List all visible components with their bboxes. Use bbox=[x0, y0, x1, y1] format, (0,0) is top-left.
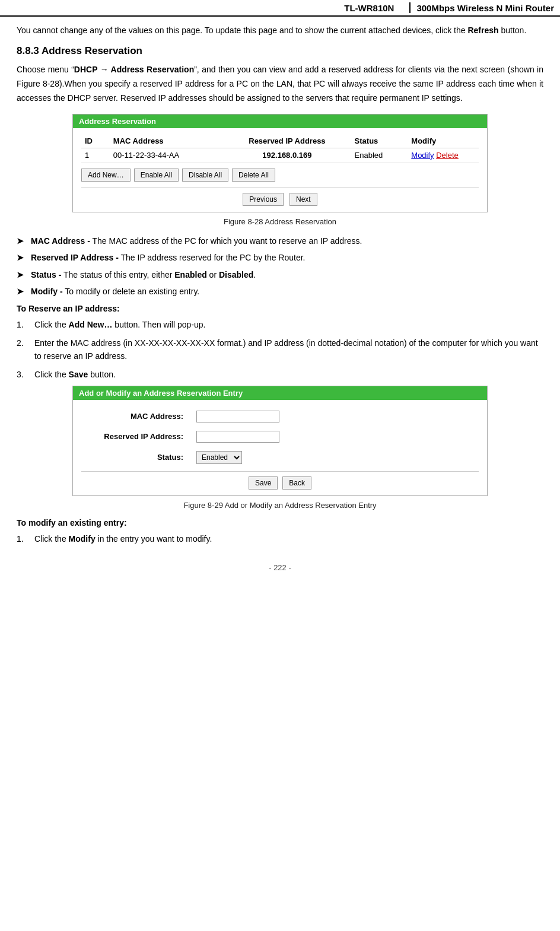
form-table: MAC Address: Reserved IP Address: Status… bbox=[81, 406, 479, 469]
figure1-header: Address Reservation bbox=[73, 115, 487, 128]
mac-label: MAC Address: bbox=[82, 407, 189, 426]
mac-input-cell bbox=[190, 407, 478, 426]
modify-step-1-text: Click the Modify in the entry you want t… bbox=[34, 532, 212, 545]
enable-all-button[interactable]: Enable All bbox=[134, 169, 179, 182]
intro-paragraph: You cannot change any of the values on t… bbox=[17, 24, 543, 37]
modify-link[interactable]: Modify bbox=[411, 151, 434, 160]
next-button[interactable]: Next bbox=[289, 193, 317, 206]
status-select-cell: Enabled Disabled bbox=[190, 447, 478, 468]
model-name: TL-WR810N bbox=[344, 3, 394, 13]
delete-link[interactable]: Delete bbox=[436, 151, 459, 160]
reserve-steps: 1. Click the Add New… button. Then will … bbox=[17, 318, 543, 381]
page-number: - 222 - bbox=[269, 563, 291, 572]
figure2-header: Add or Modify an Address Reservation Ent… bbox=[73, 386, 487, 400]
action-buttons: Add New… Enable All Disable All Delete A… bbox=[81, 169, 479, 182]
modify-steps: 1. Click the Modify in the entry you wan… bbox=[17, 532, 543, 545]
step-3: 3. Click the Save button. bbox=[17, 368, 543, 381]
table-row: 1 00-11-22-33-44-AA 192.168.0.169 Enable… bbox=[81, 148, 479, 162]
cell-modify: Modify Delete bbox=[408, 148, 479, 162]
status-label: Status: bbox=[82, 447, 189, 468]
ip-input[interactable] bbox=[196, 431, 279, 443]
bullet-arrow-3: ➤ bbox=[17, 268, 25, 281]
step-2-text: Enter the MAC address (in XX-XX-XX-XX-XX… bbox=[34, 336, 543, 363]
disable-all-button[interactable]: Disable All bbox=[182, 169, 228, 182]
step-3-num: 3. bbox=[17, 368, 34, 381]
figure1-caption: Figure 8-28 Address Reservation bbox=[17, 217, 543, 226]
bullet-list: ➤ MAC Address - The MAC address of the P… bbox=[17, 234, 543, 298]
form-row-status: Status: Enabled Disabled bbox=[82, 447, 478, 468]
bullet-modify: ➤ Modify - To modify or delete an existi… bbox=[17, 285, 543, 298]
intro-text: You cannot change any of the values on t… bbox=[17, 26, 467, 35]
cell-status: Enabled bbox=[351, 148, 408, 162]
form-button-row: Save Back bbox=[81, 471, 479, 490]
section-desc: Choose menu “DHCP → Address Reservation”… bbox=[17, 63, 543, 105]
step-3-text: Click the Save button. bbox=[34, 368, 116, 381]
delete-all-button[interactable]: Delete All bbox=[232, 169, 275, 182]
page-content: You cannot change any of the values on t… bbox=[0, 24, 560, 545]
bullet-status-text: Status - The status of this entry, eithe… bbox=[31, 268, 256, 281]
step-2-num: 2. bbox=[17, 336, 34, 363]
col-mac: MAC Address bbox=[110, 134, 223, 148]
to-modify-title: To modify an existing entry: bbox=[17, 518, 543, 528]
bullet-arrow-2: ➤ bbox=[17, 251, 25, 264]
step-2: 2. Enter the MAC address (in XX-XX-XX-XX… bbox=[17, 336, 543, 363]
ip-input-cell bbox=[190, 427, 478, 446]
add-new-button[interactable]: Add New… bbox=[81, 169, 131, 182]
form-row-ip: Reserved IP Address: bbox=[82, 427, 478, 446]
status-select[interactable]: Enabled Disabled bbox=[196, 451, 242, 464]
figure1-inner: ID MAC Address Reserved IP Address Statu… bbox=[73, 128, 487, 212]
form-row-mac: MAC Address: bbox=[82, 407, 478, 426]
page-header: TL-WR810N 300Mbps Wireless N Mini Router bbox=[0, 0, 560, 17]
col-id: ID bbox=[81, 134, 110, 148]
figure2-caption: Figure 8-29 Add or Modify an Address Res… bbox=[17, 501, 543, 510]
step-1: 1. Click the Add New… button. Then will … bbox=[17, 318, 543, 331]
nav-row: Previous Next bbox=[81, 188, 479, 206]
col-ip: Reserved IP Address bbox=[223, 134, 351, 148]
cell-ip: 192.168.0.169 bbox=[223, 148, 351, 162]
header-divider bbox=[409, 2, 411, 13]
bullet-mac-text: MAC Address - The MAC address of the PC … bbox=[31, 234, 362, 247]
bullet-reserved-ip: ➤ Reserved IP Address - The IP address r… bbox=[17, 251, 543, 264]
bullet-modify-text: Modify - To modify or delete an existing… bbox=[31, 285, 199, 298]
figure1-box: Address Reservation ID MAC Address Reser… bbox=[72, 114, 488, 212]
step-1-num: 1. bbox=[17, 318, 34, 331]
step-1-text: Click the Add New… button. Then will pop… bbox=[34, 318, 205, 331]
intro-bold: Refresh bbox=[467, 26, 498, 35]
previous-button[interactable]: Previous bbox=[243, 193, 284, 206]
save-button[interactable]: Save bbox=[249, 476, 278, 490]
bullet-reserved-ip-text: Reserved IP Address - The IP address res… bbox=[31, 251, 306, 264]
page-footer: - 222 - bbox=[0, 563, 560, 578]
back-button[interactable]: Back bbox=[282, 476, 311, 490]
ip-label: Reserved IP Address: bbox=[82, 427, 189, 446]
bullet-arrow-1: ➤ bbox=[17, 234, 25, 247]
bullet-arrow-4: ➤ bbox=[17, 285, 25, 298]
bullet-status: ➤ Status - The status of this entry, eit… bbox=[17, 268, 543, 281]
reservation-table: ID MAC Address Reserved IP Address Statu… bbox=[81, 134, 479, 163]
header-title: 300Mbps Wireless N Mini Router bbox=[416, 3, 554, 13]
to-reserve-title: To Reserve an IP address: bbox=[17, 304, 543, 313]
bullet-mac: ➤ MAC Address - The MAC address of the P… bbox=[17, 234, 543, 247]
col-status: Status bbox=[351, 134, 408, 148]
intro-text2: button. bbox=[499, 26, 527, 35]
figure2-inner: MAC Address: Reserved IP Address: Status… bbox=[73, 400, 487, 495]
section-title: 8.8.3 Address Reservation bbox=[17, 45, 543, 57]
cell-id: 1 bbox=[81, 148, 110, 162]
modify-step-1-num: 1. bbox=[17, 532, 34, 545]
cell-mac: 00-11-22-33-44-AA bbox=[110, 148, 223, 162]
mac-input[interactable] bbox=[196, 411, 279, 422]
modify-step-1: 1. Click the Modify in the entry you wan… bbox=[17, 532, 543, 545]
figure2-box: Add or Modify an Address Reservation Ent… bbox=[72, 386, 488, 496]
col-modify: Modify bbox=[408, 134, 479, 148]
